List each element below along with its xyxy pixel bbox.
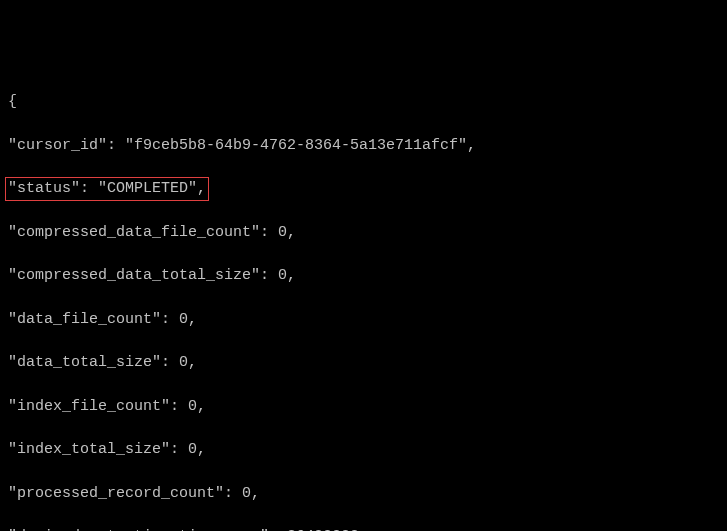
- line-dts: "data_total_size": 0,: [8, 352, 719, 374]
- line-cdts: "compressed_data_total_size": 0,: [8, 265, 719, 287]
- line-ifc: "index_file_count": 0,: [8, 396, 719, 418]
- line-prc: "processed_record_count": 0,: [8, 483, 719, 505]
- line-its: "index_total_size": 0,: [8, 439, 719, 461]
- line-drtm: "desired_retention_time_msec": 86400000,: [8, 526, 719, 531]
- line-cdfc: "compressed_data_file_count": 0,: [8, 222, 719, 244]
- highlight-status: "status": "COMPLETED",: [5, 177, 209, 201]
- line-cursor-id: "cursor_id": "f9ceb5b8-64b9-4762-8364-5a…: [8, 135, 719, 157]
- json-open: {: [8, 91, 719, 113]
- line-dfc: "data_file_count": 0,: [8, 309, 719, 331]
- line-status: "status": "COMPLETED",: [8, 178, 719, 200]
